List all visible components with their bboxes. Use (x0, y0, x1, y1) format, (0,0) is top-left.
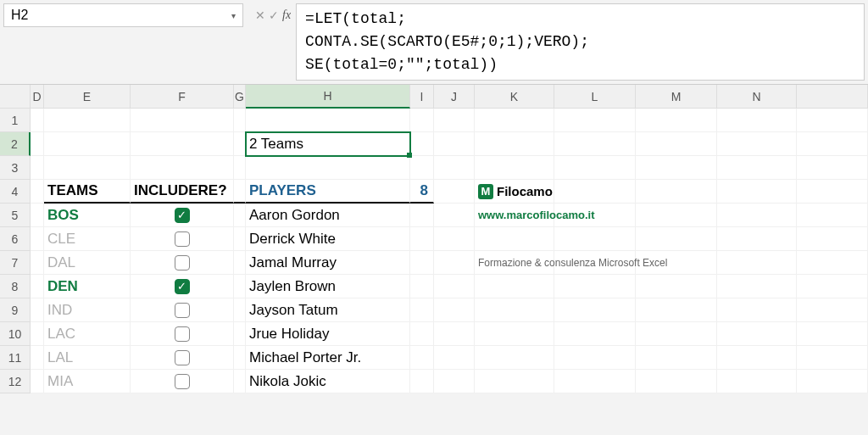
cell-K3[interactable] (475, 156, 554, 180)
cell-M4[interactable] (636, 180, 717, 204)
cell-N5[interactable] (717, 204, 797, 227)
cell-M12[interactable] (636, 370, 717, 393)
cell-J10[interactable] (434, 322, 475, 346)
cell-G3[interactable] (234, 156, 246, 180)
cell-I8[interactable] (410, 275, 434, 298)
row-header-3[interactable]: 3 (0, 156, 31, 180)
cell-J5[interactable] (434, 204, 475, 227)
cell-D2[interactable] (31, 132, 44, 156)
cell-M8[interactable] (636, 275, 717, 298)
cancel-icon[interactable]: ✕ (255, 8, 265, 22)
row-header-11[interactable]: 11 (0, 346, 31, 370)
cell-K2[interactable] (475, 132, 554, 156)
cell-J6[interactable] (434, 227, 475, 251)
cell-I12[interactable] (410, 370, 434, 393)
cell-D4[interactable] (31, 180, 44, 204)
cell-I7[interactable] (410, 251, 434, 275)
cell-J1[interactable] (434, 109, 475, 132)
cell-I1[interactable] (410, 109, 434, 132)
cell-I3[interactable] (410, 156, 434, 180)
cell-J7[interactable] (434, 251, 475, 275)
row-header-9[interactable]: 9 (0, 298, 31, 322)
column-header-K[interactable]: K (475, 85, 554, 109)
cell-J11[interactable] (434, 346, 475, 370)
cell-D1[interactable] (31, 109, 44, 132)
cell-F1[interactable] (131, 109, 234, 132)
checkbox-icon[interactable] (175, 303, 190, 318)
cell-_pad1[interactable] (797, 109, 868, 132)
cell-M11[interactable] (636, 346, 717, 370)
cell-N3[interactable] (717, 156, 797, 180)
column-header-I[interactable]: I (410, 85, 434, 109)
cell-_pad5[interactable] (797, 204, 868, 227)
cell-N9[interactable] (717, 298, 797, 322)
cell-N6[interactable] (717, 227, 797, 251)
cell-G11[interactable] (234, 346, 246, 370)
column-header-G[interactable]: G (234, 85, 246, 109)
cell-D8[interactable] (31, 275, 44, 298)
cell-K11[interactable] (475, 346, 554, 370)
cell-M2[interactable] (636, 132, 717, 156)
cell-K12[interactable] (475, 370, 554, 393)
cell-K1[interactable] (475, 109, 554, 132)
row-header-1[interactable]: 1 (0, 109, 31, 132)
row-header-4[interactable]: 4 (0, 180, 31, 204)
cell-I5[interactable] (410, 204, 434, 227)
row-header-12[interactable]: 12 (0, 370, 31, 393)
cell-D9[interactable] (31, 298, 44, 322)
cell-_pad11[interactable] (797, 346, 868, 370)
checkbox-icon[interactable]: ✓ (175, 279, 190, 294)
column-header-M[interactable]: M (636, 85, 717, 109)
column-header-F[interactable]: F (131, 85, 234, 109)
cell-M1[interactable] (636, 109, 717, 132)
name-box[interactable]: H2 ▾ (3, 3, 243, 27)
column-header-D[interactable]: D (31, 85, 44, 109)
cell-M5[interactable] (636, 204, 717, 227)
cell-_pad4[interactable] (797, 180, 868, 204)
cell-K10[interactable] (475, 322, 554, 346)
cell-G10[interactable] (234, 322, 246, 346)
include-checkbox-IND[interactable] (131, 298, 234, 322)
cell-J2[interactable] (434, 132, 475, 156)
cell-D7[interactable] (31, 251, 44, 275)
cell-M10[interactable] (636, 322, 717, 346)
include-checkbox-BOS[interactable]: ✓ (131, 204, 234, 227)
confirm-icon[interactable]: ✓ (269, 8, 279, 22)
cell-K9[interactable] (475, 298, 554, 322)
cell-M3[interactable] (636, 156, 717, 180)
include-checkbox-LAL[interactable] (131, 346, 234, 370)
cell-I9[interactable] (410, 298, 434, 322)
cell-G6[interactable] (234, 227, 246, 251)
cell-L2[interactable] (554, 132, 636, 156)
cell-N4[interactable] (717, 180, 797, 204)
row-header-6[interactable]: 6 (0, 227, 31, 251)
cell-K6[interactable] (475, 227, 554, 251)
cell-G7[interactable] (234, 251, 246, 275)
include-checkbox-DAL[interactable] (131, 251, 234, 275)
cell-L8[interactable] (554, 275, 636, 298)
cell-K8[interactable] (475, 275, 554, 298)
cell-_pad10[interactable] (797, 322, 868, 346)
cell-D3[interactable] (31, 156, 44, 180)
cell-I6[interactable] (410, 227, 434, 251)
cell-N7[interactable] (717, 251, 797, 275)
brand-url[interactable]: www.marcofilocamo.it (475, 204, 554, 227)
row-header-2[interactable]: 2 (0, 132, 31, 156)
include-checkbox-MIA[interactable] (131, 370, 234, 393)
include-checkbox-LAC[interactable] (131, 322, 234, 346)
cell-H2[interactable]: 2 Teams (246, 132, 410, 156)
cell-_pad9[interactable] (797, 298, 868, 322)
cell-L11[interactable] (554, 346, 636, 370)
cell-_pad3[interactable] (797, 156, 868, 180)
cell-N2[interactable] (717, 132, 797, 156)
cell-G5[interactable] (234, 204, 246, 227)
fx-icon[interactable]: fx (282, 8, 291, 22)
cell-L9[interactable] (554, 298, 636, 322)
cell-L6[interactable] (554, 227, 636, 251)
cell-F3[interactable] (131, 156, 234, 180)
row-header-5[interactable]: 5 (0, 204, 31, 227)
cell-J8[interactable] (434, 275, 475, 298)
cell-G2[interactable] (234, 132, 246, 156)
include-checkbox-CLE[interactable] (131, 227, 234, 251)
cell-L12[interactable] (554, 370, 636, 393)
